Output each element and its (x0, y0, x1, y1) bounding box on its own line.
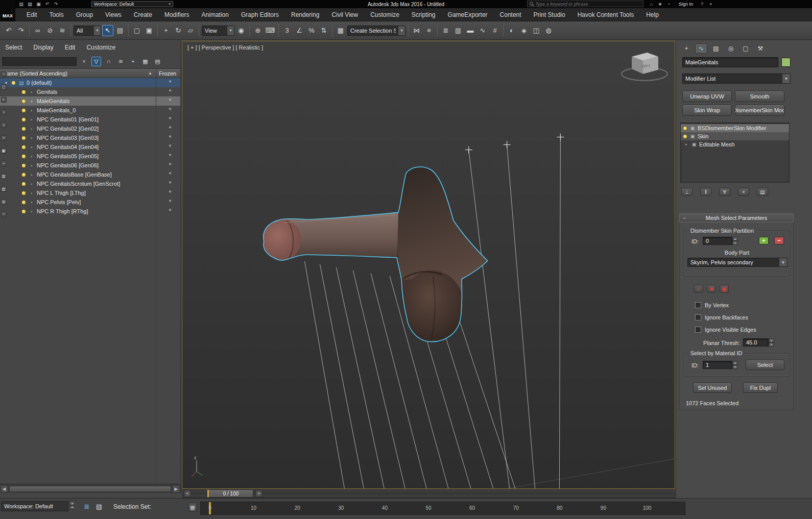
keyword-search[interactable] (527, 1, 643, 7)
material-id-spinner[interactable]: ▲▼ (732, 361, 738, 369)
frozen-toggle-icon[interactable]: * (164, 163, 176, 168)
filter-cameras-icon[interactable]: ◔ (1, 110, 7, 115)
visibility-bulb-icon[interactable] (21, 99, 26, 104)
filter-containers-icon[interactable]: ▥ (1, 174, 7, 179)
keyboard-override-icon[interactable]: ⌨ (265, 25, 276, 36)
frozen-toggle-icon[interactable]: * (164, 190, 176, 195)
time-slider-handle[interactable]: 0 / 100 (207, 489, 253, 498)
modifier-button-smooth[interactable]: Smooth (735, 91, 784, 102)
snaps-toggle-icon[interactable]: 3 (281, 25, 293, 36)
toggle-ribbon-icon[interactable]: ▬ (465, 25, 476, 36)
frozen-toggle-icon[interactable]: * (164, 135, 176, 140)
mirror-icon[interactable]: ⋈ (411, 25, 422, 36)
filter-shapes-icon[interactable]: ◻ (1, 84, 7, 90)
filter-lights-icon[interactable]: ◐ (1, 97, 7, 103)
tree-row[interactable]: ▪NPC Pelvis [Pelv]* (0, 197, 180, 207)
grid-header[interactable]: Name (Sorted Ascending) ▲ Frozen (0, 69, 180, 78)
element-selection-icon[interactable]: ▣ (720, 285, 729, 293)
favorites-icon[interactable]: ★ (656, 1, 664, 8)
face-selection-icon[interactable]: ■ (707, 285, 716, 293)
tree-row[interactable]: ▪NPC Genitals04 [Gen04]* (0, 142, 180, 152)
checkbox-ignore-visible-edges[interactable] (695, 327, 701, 333)
frozen-toggle-icon[interactable]: * (164, 144, 176, 150)
select-object-icon[interactable]: ↖ (102, 25, 113, 36)
frozen-toggle-icon[interactable]: * (164, 126, 176, 131)
scrollbar-thumb[interactable] (9, 486, 171, 492)
menu-print-studio[interactable]: Print Studio (528, 11, 571, 18)
frozen-toggle-icon[interactable]: * (164, 80, 176, 85)
tree-row[interactable]: ▪NPC R Thigh [RThg]* (0, 207, 180, 216)
make-unique-icon[interactable]: ∀ (719, 188, 730, 196)
scroll-right-icon[interactable]: ▶ (172, 485, 180, 493)
schematic-view-icon[interactable]: # (489, 25, 500, 36)
tab-create[interactable]: + (680, 43, 692, 54)
add-layer-icon[interactable]: + (128, 57, 138, 66)
visibility-bulb-icon[interactable] (21, 172, 26, 177)
statusbar-workspace-select[interactable]: Workspace: Default (1, 501, 68, 511)
select-by-material-button[interactable]: Select (746, 360, 784, 370)
modifier-bulb-icon[interactable] (683, 134, 687, 139)
tree-row[interactable]: ▪NPC Genitals05 [Gen05]* (0, 152, 180, 161)
time-slider[interactable]: < 0 / 100 > (182, 489, 675, 498)
partition-id-field[interactable]: 0 (703, 237, 732, 245)
mini-curve-editor-icon[interactable]: ▦ (188, 503, 197, 512)
menu-modifiers[interactable]: Modifiers (158, 11, 196, 18)
menu-graph-editors[interactable]: Graph Editors (235, 11, 285, 18)
toggle-layer-explorer-icon[interactable]: ▥ (452, 25, 464, 36)
angle-snap-icon[interactable]: ∠ (294, 25, 305, 36)
align-icon[interactable]: ≡ (423, 25, 435, 36)
reference-coordinate-select[interactable]: View▾ (202, 26, 234, 36)
menu-create[interactable]: Create (128, 11, 158, 18)
new-scene-icon[interactable]: ▤ (17, 1, 25, 8)
menu-customize[interactable]: Customize (364, 11, 405, 18)
menu-havok-content-tools[interactable]: Havok Content Tools (571, 11, 640, 18)
filter-spacewarps-icon[interactable]: ≈ (1, 135, 7, 141)
rectangular-selection-region-icon[interactable]: ▢ (131, 25, 142, 36)
explorer-menu-edit[interactable]: Edit (65, 44, 81, 51)
partition-id-spinner[interactable]: ▲▼ (732, 237, 738, 245)
menu-edit[interactable]: Edit (20, 11, 43, 18)
named-selection-sets-select[interactable]: Create Selection S▾ (347, 26, 405, 36)
tree-row[interactable]: ▪NPC Genitals01 [Gen01]* (0, 115, 180, 124)
tab-display[interactable]: ▢ (739, 43, 752, 54)
explorer-menu-customize[interactable]: Customize (86, 44, 121, 51)
tree-row[interactable]: ▪NPC L Thigh [LThg]* (0, 188, 180, 197)
application-menu-button[interactable]: MAX (0, 0, 15, 21)
sign-in-button[interactable]: Sign In (679, 2, 693, 7)
visibility-bulb-icon[interactable] (21, 90, 26, 94)
frozen-toggle-icon[interactable]: * (164, 154, 176, 159)
open-file-icon[interactable]: ▨ (26, 1, 34, 8)
tree-row[interactable]: ▪NPC Genitals06 [Gen06]* (0, 161, 180, 170)
tree-row[interactable]: ▾▤0 (default)* (0, 78, 180, 87)
menu-gameexporter[interactable]: GameExporter (442, 11, 494, 18)
tree-row[interactable]: ▪NPC Genitals03 [Gen03]* (0, 133, 180, 142)
select-and-manipulate-icon[interactable]: ⊕ (252, 25, 264, 36)
unlink-selection-icon[interactable]: ⊘ (44, 25, 56, 36)
visibility-bulb-icon[interactable] (21, 108, 26, 113)
menu-civil-view[interactable]: Civil View (325, 11, 364, 18)
visibility-bulb-icon[interactable] (21, 154, 26, 159)
explorer-horizontal-scrollbar[interactable]: ◀ ▶ (0, 484, 180, 493)
menu-tools[interactable]: Tools (43, 11, 70, 18)
checkbox-by-vertex[interactable] (695, 302, 701, 308)
filter-xrefs-icon[interactable]: ▧ (1, 186, 7, 192)
stack-row[interactable]: ▣BSDismemberSkin Modifier (681, 124, 789, 132)
track-bar[interactable]: 0102030405060708090100 (200, 502, 685, 515)
material-id-field[interactable]: 1 (703, 361, 732, 369)
menu-scripting[interactable]: Scripting (405, 11, 442, 18)
sel-unused-button[interactable]: Sel Unused (693, 383, 732, 393)
explorer-menu-select[interactable]: Select (5, 44, 27, 51)
tree-row[interactable]: ▪NPC Genitals02 [Gen02]* (0, 124, 180, 133)
percent-snap-icon[interactable]: % (306, 25, 317, 36)
rendered-frame-icon[interactable]: ◫ (531, 25, 542, 36)
tree-row[interactable]: ▪NPC GenitalsBase [GenBase]* (0, 170, 180, 179)
close-icon[interactable]: × (707, 1, 714, 8)
tab-utilities[interactable]: ⚒ (754, 43, 767, 54)
viewport-label[interactable]: [ + ] [ Perspective ] [ Realistic ] (187, 44, 263, 51)
explorer-settings-icon[interactable]: ▤ (153, 57, 162, 66)
filter-materials-icon[interactable]: ◍ (1, 199, 7, 205)
pin-stack-icon[interactable]: ⊥ (681, 188, 692, 196)
menu-help[interactable]: Help (640, 11, 665, 18)
perspective-viewport[interactable]: [ + ] [ Perspective ] [ Realistic ] (182, 41, 675, 489)
frozen-toggle-icon[interactable]: * (164, 181, 176, 186)
